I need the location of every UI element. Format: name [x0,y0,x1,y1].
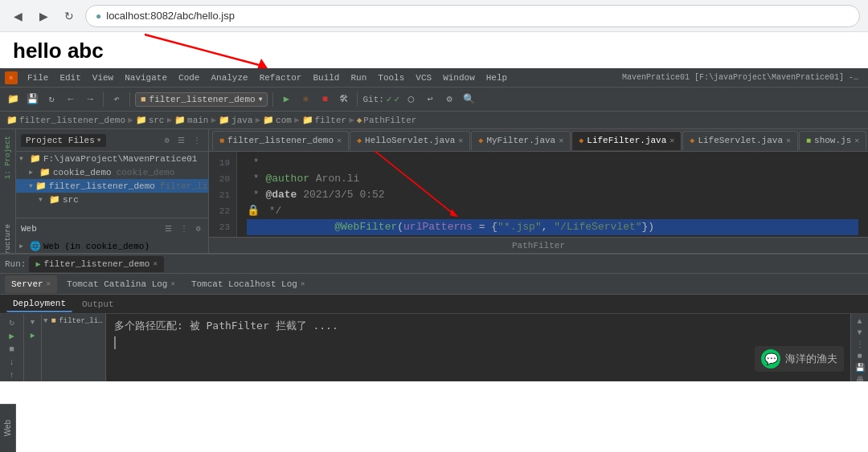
tab-myfilter-close[interactable]: ✕ [559,136,563,145]
address-bar[interactable]: ● localhost:8082/abc/hello.jsp [85,5,860,27]
reload-button[interactable]: ↻ [59,6,79,26]
console-stop-btn[interactable]: ■ [4,344,20,354]
run-tab[interactable]: ▶ filter_listener_demo ✕ [29,256,163,272]
menu-analyze[interactable]: Analyze [206,71,252,84]
console-main[interactable]: 多个路径匹配: 被 PathFilter 拦截了 .... [106,314,850,381]
tab-lifefilter[interactable]: ◆ LifeFilter.java ✕ [571,131,682,150]
breadcrumb-main[interactable]: 📁 main [174,115,208,125]
tree-item-root[interactable]: ▼ 📁 F:\javaProject\MavenPratice01 [16,152,208,165]
bottom-tab-catalina-close[interactable]: ✕ [170,279,174,288]
tab-hello-servlet[interactable]: ◆ HelloServlet.java ✕ [350,131,470,150]
tab-filter-demo[interactable]: ■ filter_listener_demo ✕ [212,131,349,150]
project-dropdown[interactable]: ■ filter_listener_demo ▼ [135,92,268,107]
web-ctrl-eq[interactable]: ☰ [162,223,174,234]
menu-tools[interactable]: Tools [373,71,409,84]
vtab-structure[interactable]: 2: Structure [2,218,14,253]
bottom-tab-localhost[interactable]: Tomcat Localhost Log ✕ [185,275,311,293]
breadcrumb-filter[interactable]: 📁 filter [302,115,347,125]
console-right-btn2[interactable]: ▼ [857,328,862,337]
console-left-item[interactable]: ▼ [29,317,36,328]
toolbar-sync-btn[interactable]: ↻ [43,92,59,108]
tree-item-src[interactable]: ▼ 📁 src [16,193,208,206]
menu-build[interactable]: Build [308,71,344,84]
breadcrumb-com[interactable]: 📁 com [263,115,292,125]
console-tree-filter[interactable]: ► [30,331,35,341]
toolbar-stop-btn[interactable]: ■ [317,92,333,108]
menu-view[interactable]: View [88,71,118,84]
toolbar-history-btn[interactable]: ◯ [403,92,419,108]
toolbar-save-btn[interactable]: 💾 [24,92,40,108]
sidebar-ctrl-cog[interactable]: ⋮ [190,135,203,146]
sub-tab-output[interactable]: Output [76,296,121,312]
web-tab-bar: Web ☰ ⋮ ⚙ [16,218,208,239]
tab-lifeservlet[interactable]: ◆ LifeServlet.java ✕ [682,131,798,150]
console-up-btn[interactable]: ↑ [4,370,20,380]
tab-project-icon: ■ [219,136,224,145]
menu-edit[interactable]: Edit [55,71,85,84]
menu-refactor[interactable]: Refactor [255,71,307,84]
menu-navigate[interactable]: Navigate [120,71,172,84]
tab-myfilter[interactable]: ◆ MyFilter.java ✕ [471,131,571,150]
tree-item-web[interactable]: ► 🌐 Web (in cookie_demo) [16,239,208,253]
menu-help[interactable]: Help [481,71,512,84]
tree-item-cookie-demo[interactable]: ► 📁 cookie_demo cookie_demo [16,165,208,179]
console-right-btn1[interactable]: ▲ [857,317,862,326]
code-area: 19 20 21 22 23 * * @author Aron.li [209,152,868,237]
toolbar-folder-btn[interactable]: 📁 [5,92,21,108]
console-arrow-btn[interactable]: ▶ [4,331,20,341]
menu-vcs[interactable]: VCS [411,71,436,84]
breadcrumb-java[interactable]: 📁 java [219,115,252,125]
breadcrumb-pathfilter[interactable]: ◆ PathFilter [357,115,417,125]
tab-lifeservlet-close[interactable]: ✕ [786,136,791,145]
toolbar-undo-btn[interactable]: ↶ [108,92,125,108]
web-ctrl-eq2[interactable]: ⋮ [178,223,190,234]
console-down-btn[interactable]: ↓ [4,357,20,367]
console-right-btn3[interactable]: ⋮ [856,340,864,349]
toolbar-debug-btn[interactable]: ⚛ [297,92,313,108]
console-right-btn4[interactable]: ■ [857,352,862,360]
toolbar-fwd-btn[interactable]: → [82,92,98,108]
console-right-btn5[interactable]: 💾 [855,363,865,373]
breadcrumb-project[interactable]: 📁 filter_listener_demo [6,115,125,125]
menu-code[interactable]: Code [174,71,204,84]
forward-button[interactable]: ▶ [34,6,53,26]
project-files-tab[interactable]: Project Files ▼ [21,134,106,147]
menu-window[interactable]: Window [438,71,480,84]
bottom-tab-server[interactable]: Server ✕ [5,275,57,293]
sidebar-ctrl-eq[interactable]: ☰ [175,135,187,146]
tree-arrow-filter: ▼ [29,182,33,189]
url-text: localhost:8082/abc/hello.jsp [106,10,235,22]
toolbar-back-btn[interactable]: ← [63,92,79,108]
code-content[interactable]: * * @author Aron.li * @date 2021/3/5 0:5… [237,152,868,237]
tab-showjs[interactable]: ■ show.js ✕ [799,131,866,150]
toolbar-run-btn[interactable]: ▶ [278,92,294,108]
run-tab-close[interactable]: ✕ [153,259,157,268]
sub-tab-deployment[interactable]: Deployment [6,296,72,312]
menu-run[interactable]: Run [346,71,371,84]
tab-lifefilter-close[interactable]: ✕ [669,136,674,145]
web-ctrl-gear[interactable]: ⚙ [194,223,203,234]
toolbar-build-btn[interactable]: 🛠 [336,92,352,108]
bottom-tab-catalina[interactable]: Tomcat Catalina Log ✕ [60,275,182,293]
sidebar-ctrl-gear[interactable]: ⚙ [162,135,172,146]
tab-filter-demo-close[interactable]: ✕ [337,136,342,145]
menu-file[interactable]: File [23,71,53,84]
console-right-btn6[interactable]: 🖶 [856,375,864,381]
back-button[interactable]: ◀ [8,6,27,26]
bottom-tab-server-close[interactable]: ✕ [47,279,51,288]
console-reload-btn[interactable]: ↻ [4,317,20,328]
web-vertical-tab[interactable]: Web [0,404,16,452]
tab-hello-servlet-close[interactable]: ✕ [458,136,463,145]
tree-root-label: F:\javaProject\MavenPratice01 [43,154,197,164]
toolbar-settings-btn[interactable]: ⚙ [441,92,457,108]
tree-item-filter-demo[interactable]: ▼ 📁 filter_listener_demo filter_listener… [16,179,208,193]
vtab-project[interactable]: 1: Project [2,129,14,185]
bottom-tab-localhost-close[interactable]: ✕ [301,279,305,288]
toolbar-sep-1 [103,92,104,107]
console-server-item[interactable]: ▼ ■ filter_liste... [43,316,104,326]
toolbar-revert-btn[interactable]: ↩ [422,92,438,108]
tab-showjs-close[interactable]: ✕ [854,136,859,145]
filter-folder-icon-2: 📁 [35,181,47,191]
breadcrumb-src[interactable]: 📁 src [136,115,165,125]
toolbar-search-btn[interactable]: 🔍 [461,92,477,108]
